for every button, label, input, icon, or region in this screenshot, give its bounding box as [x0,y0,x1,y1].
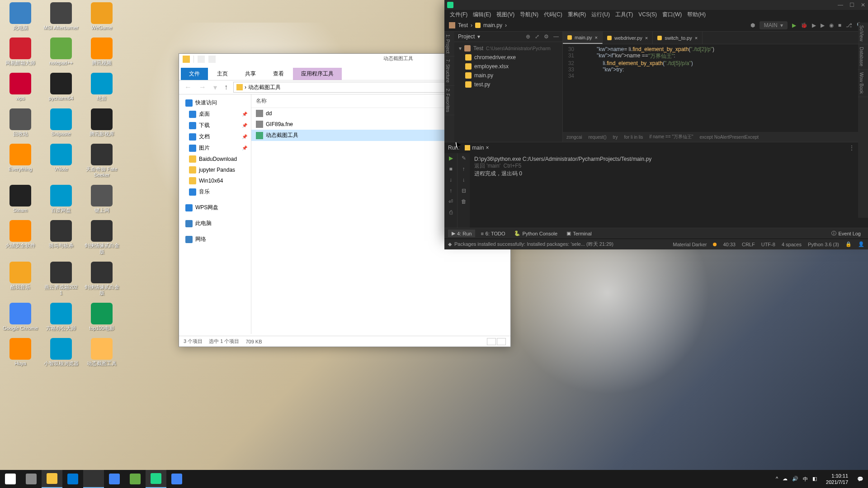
close-icon[interactable]: × [645,35,648,41]
desktop-icon[interactable]: wps [2,73,38,101]
desktop-icon[interactable]: 腾讯视频 [84,38,120,66]
taskbar-task-view[interactable] [21,470,42,488]
desktop-icon[interactable]: 天命奇御 Fate Seeker [84,144,120,178]
pycharm-window[interactable]: — ☐ ✕ 文件(F)编辑(E)视图(V)导航(N)代码(C)重构(R)运行(U… [444,0,868,239]
line-ending[interactable]: CRLF [742,242,755,247]
debug-icon[interactable]: 🐞 [801,22,807,28]
desktop-icon[interactable]: Huya [2,338,38,366]
project-title[interactable]: Project [458,33,475,40]
desktop-icon[interactable]: 骑马与砍杀 [43,220,79,254]
notifications-icon[interactable]: 💬 [857,476,863,482]
nav-item[interactable]: 图片📌 [179,142,251,154]
cursor-position[interactable]: 40:33 [723,242,736,247]
desktop-icon[interactable]: 此电脑 [2,2,38,31]
ide-titlebar[interactable]: — ☐ ✕ [444,0,868,10]
close-button[interactable]: ✕ [861,2,865,8]
nav-wps[interactable]: WPS网盘 [179,202,251,213]
run-tool-button[interactable]: ▶4: Run [448,230,475,237]
editor-tab[interactable]: switch_to.py× [653,32,703,44]
menu-item[interactable]: 代码(C) [542,11,564,19]
ribbon-tab[interactable]: 文件 [181,68,208,80]
back-button[interactable]: ← [183,83,193,91]
desktop-icon[interactable]: 火绒安全软件 [2,220,38,254]
wrap-icon[interactable]: ⏎ [448,198,453,205]
view-details-icon[interactable] [487,338,496,345]
git-icon[interactable]: ⎇ [846,22,852,28]
tool-tab[interactable]: 2: Favorites [444,86,454,115]
desktop-icon[interactable]: notepad++ [43,38,79,66]
menu-item[interactable]: 窗口(W) [660,11,684,19]
desktop-icon[interactable]: 燕云养成箱2021 [43,262,79,296]
event-log-button[interactable]: ⓘEvent Log [828,229,864,238]
desktop-icon[interactable]: pycharm64 [43,73,79,101]
tool-tab[interactable]: Database [858,44,868,70]
collapse-icon[interactable]: ⤢ [535,33,539,40]
breadcrumb-item[interactable]: except NoAlertPresentExcept [699,135,759,140]
close-icon[interactable]: × [486,145,489,151]
maximize-button[interactable]: ☐ [849,2,854,8]
up-icon[interactable]: ↑ [449,188,452,194]
chevron-down-icon[interactable]: ▾ [477,33,480,40]
taskbar-chrome1[interactable] [104,470,125,488]
taskbar-start[interactable] [0,470,21,488]
ribbon-tab[interactable]: 主页 [209,68,236,80]
desktop-icon[interactable]: 键上网 [84,185,120,213]
nav-item[interactable]: 音乐 [179,186,251,197]
desktop-icon[interactable]: 剑侠情缘贰白金版 [84,262,120,296]
trash-icon[interactable]: 🗑 [461,198,467,205]
inspect-icon[interactable]: 👤 [858,241,864,247]
nav-network[interactable]: 网络 [179,234,251,245]
desktop-icon[interactable]: 剑侠情缘贰白金版 [84,220,120,254]
breadcrumb-item[interactable]: request() [588,135,606,140]
taskbar-edge[interactable] [62,470,83,488]
theme-label[interactable]: Material Darker [673,242,707,247]
interpreter[interactable]: Python 3.6 (3) [808,242,839,247]
breadcrumb-item[interactable]: zongcai [566,135,582,140]
desktop-icon[interactable]: top100电影 [84,303,120,331]
terminal-tool-button[interactable]: ▣Terminal [563,230,595,237]
tree-file[interactable]: main.py [457,71,560,80]
menu-item[interactable]: 重构(R) [566,11,588,19]
tray-icon[interactable]: ☁ [783,476,788,483]
menu-item[interactable]: 运行(U) [590,11,612,19]
nav-item[interactable]: 文档📌 [179,131,251,142]
desktop-icon[interactable]: 小智双核浏览器 [43,338,79,366]
menu-item[interactable]: 导航(N) [518,11,540,19]
recent-dd-icon[interactable]: ▾ [212,83,219,92]
todo-tool-button[interactable]: ≡6: TODO [477,230,509,237]
desktop-icon[interactable]: Steam [2,185,38,213]
qat-dd-icon[interactable] [208,56,216,63]
up-icon[interactable]: ↑ [462,166,465,172]
coverage-icon[interactable]: ▶ [812,22,816,28]
view-large-icon[interactable] [497,338,506,345]
tool-tab[interactable]: Wow Book [858,70,868,97]
desktop-icon[interactable]: 方格办公大师 [43,303,79,331]
desktop-icon[interactable]: VNote [43,144,79,178]
tray-icon[interactable]: ◧ [812,476,817,483]
nav-item[interactable]: 桌面📌 [179,108,251,120]
desktop-icon[interactable]: 网易邮箱大师 [2,38,38,66]
more-icon[interactable]: ⋮ [849,145,854,151]
filter-icon[interactable]: ⊟ [462,188,466,194]
menu-item[interactable]: 视图(V) [495,11,516,19]
qat-props-icon[interactable] [198,56,205,63]
nav-item[interactable]: 下载📌 [179,120,251,131]
nav-item[interactable]: Win10x64 [179,175,251,186]
nav-this-pc[interactable]: 此电脑 [179,218,251,229]
ribbon-tab[interactable]: 应用程序工具 [293,68,342,80]
lock-icon[interactable]: 🔒 [845,241,852,247]
tool-tab[interactable]: 1: Project [444,32,454,56]
tray-icon[interactable]: 中 [803,476,808,483]
taskbar-clock[interactable]: 1:10:11 2021/7/17 [822,473,852,486]
edit-icon[interactable]: ✎ [462,155,466,161]
desktop-icon[interactable]: 腾讯影视库 [84,108,120,137]
tray-icon[interactable]: 🔊 [792,476,798,483]
desktop-icon[interactable]: 百度网盘 [43,185,79,213]
breadcrumb-item[interactable]: 动态截图工具 [248,84,281,91]
run-icon[interactable]: ▶ [792,22,796,28]
hide-icon[interactable]: — [553,33,559,40]
taskbar-explorer[interactable] [42,470,62,488]
stop-icon[interactable]: ■ [838,22,841,28]
desktop-icon[interactable]: 动态截图工具 [84,338,120,366]
menu-item[interactable]: 工具(T) [613,11,635,19]
